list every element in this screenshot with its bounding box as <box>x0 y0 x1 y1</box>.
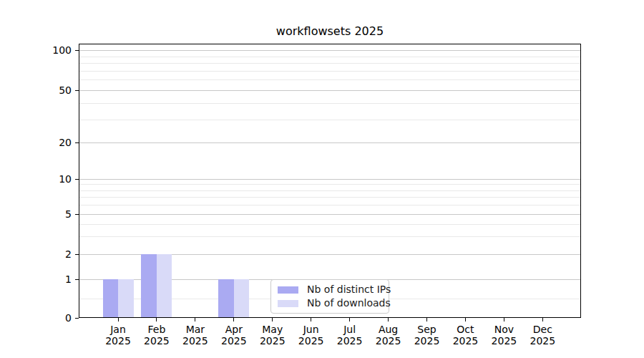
bar-nb-of-downloads-feb <box>157 254 172 317</box>
x-tick-mark <box>349 318 350 321</box>
x-tick-label-sep: Sep2025 <box>414 324 440 347</box>
x-tick-year: 2025 <box>376 335 401 347</box>
y-tick-mark <box>75 214 79 215</box>
gridline-major <box>79 142 581 143</box>
x-tick-label-may: May2025 <box>260 324 286 347</box>
x-tick-year: 2025 <box>144 335 170 347</box>
gridline-minor <box>79 103 581 104</box>
x-tick-month: Aug <box>376 324 401 335</box>
bar-nb-of-distinct-ips-jan <box>103 279 119 317</box>
x-tick-mark <box>504 318 504 321</box>
x-tick-mark <box>465 318 466 321</box>
legend-item-downloads: Nb of downloads <box>278 297 382 309</box>
x-tick-mark <box>272 318 273 321</box>
legend-item-distinct-ips: Nb of distinct IPs <box>278 284 382 296</box>
gridline-minor <box>79 120 581 120</box>
y-tick-mark <box>75 50 79 51</box>
x-tick-year: 2025 <box>182 335 208 347</box>
y-tick-mark <box>75 179 79 180</box>
y-tick-label: 5 <box>26 208 72 220</box>
gridline-minor <box>79 57 581 57</box>
x-tick-year: 2025 <box>298 335 324 347</box>
gridline-minor <box>79 236 581 237</box>
x-tick-label-apr: Apr2025 <box>221 324 247 347</box>
gridline-minor <box>79 79 581 80</box>
gridline-minor <box>79 197 581 198</box>
bar-nb-of-downloads-jan <box>118 279 134 317</box>
gridline-minor <box>79 184 581 185</box>
x-tick-label-jun: Jun2025 <box>298 324 324 347</box>
gridline-major <box>79 50 581 51</box>
x-tick-label-aug: Aug2025 <box>376 324 401 347</box>
x-tick-year: 2025 <box>414 335 440 347</box>
y-tick-label: 100 <box>26 44 72 56</box>
x-tick-label-dec: Dec2025 <box>530 324 556 347</box>
x-tick-mark <box>388 318 389 321</box>
plot-area <box>79 44 581 318</box>
x-tick-month: Sep <box>414 324 440 335</box>
x-tick-year: 2025 <box>492 335 517 347</box>
x-tick-month: Feb <box>144 324 170 335</box>
bar-nb-of-distinct-ips-apr <box>218 279 234 317</box>
x-tick-mark <box>156 318 157 321</box>
legend-label-distinct-ips: Nb of distinct IPs <box>307 284 391 296</box>
y-tick-label: 2 <box>26 248 72 260</box>
x-tick-mark <box>426 318 427 321</box>
y-tick-label: 20 <box>26 137 72 148</box>
y-tick-label: 50 <box>26 84 72 96</box>
gridline-major <box>79 179 581 180</box>
x-tick-label-jul: Jul2025 <box>337 324 363 347</box>
legend: Nb of distinct IPs Nb of downloads <box>270 279 389 314</box>
x-tick-year: 2025 <box>453 335 479 347</box>
legend-swatch-downloads <box>278 300 298 307</box>
bar-nb-of-downloads-apr <box>234 279 250 317</box>
x-tick-label-feb: Feb2025 <box>144 324 170 347</box>
x-tick-month: Oct <box>453 324 479 335</box>
x-tick-year: 2025 <box>260 335 286 347</box>
x-tick-year: 2025 <box>105 335 131 347</box>
y-tick-mark <box>75 142 79 143</box>
gridline-minor <box>79 63 581 64</box>
gridline-minor <box>79 224 581 225</box>
x-tick-mark <box>542 318 543 321</box>
x-tick-month: Jun <box>298 324 324 335</box>
x-tick-mark <box>195 318 195 321</box>
x-tick-month: Jul <box>337 324 363 335</box>
x-tick-label-oct: Oct2025 <box>453 324 479 347</box>
gridline-major <box>79 90 581 91</box>
x-tick-month: Apr <box>221 324 247 335</box>
y-tick-label: 10 <box>26 173 72 185</box>
x-tick-label-jan: Jan2025 <box>105 324 131 347</box>
y-tick-label: 0 <box>26 312 72 324</box>
x-tick-mark <box>118 318 119 321</box>
x-tick-month: Mar <box>182 324 208 335</box>
x-tick-month: Jan <box>105 324 131 335</box>
y-tick-mark <box>75 90 79 91</box>
y-tick-label: 1 <box>26 274 72 285</box>
y-tick-mark <box>75 318 79 319</box>
legend-label-downloads: Nb of downloads <box>307 297 391 309</box>
gridline-major <box>79 214 581 215</box>
x-tick-label-nov: Nov2025 <box>492 324 517 347</box>
legend-swatch-distinct-ips <box>278 286 298 294</box>
x-tick-year: 2025 <box>337 335 363 347</box>
chart-title: workflowsets 2025 <box>79 24 581 39</box>
gridline-minor <box>79 71 581 72</box>
y-tick-mark <box>75 279 79 280</box>
y-tick-mark <box>75 254 79 255</box>
chart-canvas: workflowsets 2025 0125102050100 Jan2025F… <box>0 0 644 358</box>
x-tick-month: Nov <box>492 324 517 335</box>
x-tick-month: Dec <box>530 324 556 335</box>
bar-nb-of-distinct-ips-feb <box>141 254 157 317</box>
gridline-minor <box>79 205 581 205</box>
x-tick-year: 2025 <box>221 335 247 347</box>
x-tick-label-mar: Mar2025 <box>182 324 208 347</box>
x-tick-mark <box>233 318 234 321</box>
x-tick-mark <box>311 318 311 321</box>
gridline-minor <box>79 190 581 191</box>
x-tick-year: 2025 <box>530 335 556 347</box>
x-tick-month: May <box>260 324 286 335</box>
